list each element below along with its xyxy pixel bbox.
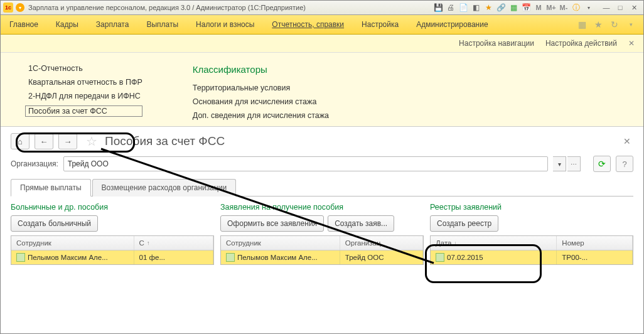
info-dropdown-icon[interactable]: ▾ (583, 3, 594, 13)
panel-1: Заявления на получение пособияОформить в… (220, 203, 424, 265)
menu-main[interactable]: Главное (1, 15, 47, 34)
document-area: ⌂ ← → ☆ Пособия за счет ФСС ✕ Организаци… (1, 127, 643, 271)
nav-pfr[interactable]: Квартальная отчетность в ПФР (28, 78, 142, 87)
menu-nastroyka[interactable]: Настройка (353, 15, 407, 34)
grid-column-header[interactable]: С↑ (134, 236, 213, 250)
grid-column-header[interactable]: Организац (340, 236, 423, 250)
nav-2ndfl[interactable]: 2-НДФЛ для передачи в ИФНС (28, 92, 142, 100)
memory-mminus-icon[interactable]: M- (558, 3, 569, 13)
row-status-icon (436, 253, 444, 262)
panel-2: Реестры заявленийСоздать реестрДата↓Номе… (430, 203, 633, 265)
page-title: Пособия за счет ФСС (105, 134, 225, 148)
main-menu: Главное Кадры Зарплата Выплаты Налоги и … (1, 15, 643, 35)
tabs: Прямые выплаты Возмещение расходов орган… (11, 178, 633, 197)
memory-m-icon[interactable]: M (533, 3, 544, 13)
print-icon[interactable]: 🖨 (445, 3, 456, 13)
menu-kadry[interactable]: Кадры (47, 15, 87, 34)
grid-column-header[interactable]: Сотрудник (11, 236, 134, 250)
tab-expense-reimbursement[interactable]: Возмещение расходов организации (92, 179, 237, 197)
title-bar: 1c ▾ Зарплата и управление персоналом, р… (1, 1, 643, 15)
link-icon[interactable]: 🔗 (495, 3, 507, 13)
nav-classifiers-head[interactable]: Классификаторы (193, 64, 329, 75)
info-icon[interactable]: ⓘ (571, 3, 582, 13)
data-grid: СотрудникОрганизацПелымов Максим Але...Т… (220, 235, 424, 265)
nav-territorial[interactable]: Территориальные условия (193, 84, 329, 92)
panel-0: Больничные и др. пособияСоздать больничн… (11, 203, 214, 265)
grid-column-header[interactable]: Номер (557, 236, 633, 250)
window-title: Зарплата и управление персоналом, редакц… (28, 4, 306, 11)
nav-settings-link[interactable]: Настройка навигации (459, 39, 534, 48)
sort-arrow-icon: ↓ (454, 240, 457, 246)
table-row[interactable]: Пелымов Максим Але...Трейд ООС (221, 251, 423, 264)
panel-title[interactable]: Реестры заявлений (430, 203, 633, 212)
help-button[interactable]: ? (616, 156, 633, 172)
favorite-icon[interactable]: ★ (483, 3, 494, 13)
compare-icon[interactable]: ◧ (470, 3, 481, 13)
toolbar-dropdown-icon[interactable]: ▾ (625, 18, 637, 31)
table-row[interactable]: Пелымов Максим Але...01 фе... (11, 251, 213, 264)
org-open-icon[interactable]: ⋯ (567, 156, 581, 171)
grid-cell: ТР00-... (557, 251, 633, 264)
row-status-icon (226, 253, 235, 262)
grid-cell: 01 фе... (134, 251, 213, 264)
save-icon[interactable]: 💾 (432, 3, 444, 13)
page-close-icon[interactable]: ✕ (621, 134, 633, 149)
nav-stazh-extra[interactable]: Доп. сведения для исчисления стажа (193, 111, 329, 120)
tab-direct-payments[interactable]: Прямые выплаты (11, 179, 91, 197)
minimize-button[interactable]: — (599, 3, 613, 13)
create-button[interactable]: Создать реестр (430, 215, 498, 232)
org-label: Организация: (11, 159, 58, 168)
nav-fss-benefits[interactable]: Пособия за счет ФСС (25, 105, 142, 117)
calendar-icon[interactable]: 📅 (520, 3, 532, 13)
menu-otchetnost[interactable]: Отчетность, справки (263, 15, 353, 34)
nav-1c-report[interactable]: 1С-Отчетность (28, 64, 142, 73)
apps-grid-icon[interactable]: ▦ (576, 18, 588, 31)
star-icon[interactable]: ★ (592, 18, 604, 31)
data-grid: СотрудникС↑Пелымов Максим Але...01 фе... (11, 235, 214, 265)
grid-cell: Пелымов Максим Але... (11, 251, 134, 264)
create-button[interactable]: Создать заяв... (328, 215, 394, 232)
grid-cell: 07.02.2015 (431, 251, 557, 264)
close-button[interactable]: ✕ (627, 3, 641, 13)
table-row[interactable]: 07.02.2015ТР00-... (431, 251, 633, 264)
org-value: Трейд ООО (68, 159, 109, 168)
app-menu-dropdown-icon[interactable]: ▾ (16, 3, 24, 12)
back-button[interactable]: ← (35, 133, 53, 149)
org-select[interactable]: Трейд ООО (63, 156, 548, 171)
panel-title[interactable]: Больничные и др. пособия (11, 203, 214, 212)
subheader: Настройка навигации Настройка действий ✕ (1, 35, 643, 53)
nav-stazh-basis[interactable]: Основания для исчисления стажа (193, 97, 329, 106)
grid-cell: Пелымов Максим Але... (221, 251, 340, 264)
section-nav-panel: 1С-Отчетность Квартальная отчетность в П… (1, 53, 643, 127)
org-dropdown-icon[interactable]: ▾ (553, 156, 566, 171)
home-button[interactable]: ⌂ (11, 133, 30, 149)
maximize-button[interactable]: □ (613, 3, 627, 13)
subheader-close-icon[interactable]: ✕ (628, 39, 635, 48)
favorite-toggle-icon[interactable]: ☆ (86, 134, 97, 149)
data-grid: Дата↓Номер07.02.2015ТР00-... (430, 235, 633, 265)
grid-cell: Трейд ООС (340, 251, 423, 264)
create-button[interactable]: Создать больничный (11, 215, 98, 232)
action-settings-link[interactable]: Настройка действий (545, 39, 617, 48)
grid-column-header[interactable]: Дата↓ (431, 236, 557, 250)
document-icon[interactable]: 📄 (458, 3, 469, 13)
create-button[interactable]: Оформить все заявления (220, 215, 324, 232)
memory-mplus-icon[interactable]: M+ (545, 3, 557, 13)
menu-vyplaty[interactable]: Выплаты (137, 15, 187, 34)
menu-admin[interactable]: Администрирование (407, 15, 496, 34)
sort-arrow-icon: ↑ (147, 240, 150, 246)
calculator-icon[interactable]: ▦ (508, 3, 519, 13)
grid-column-header[interactable]: Сотрудник (221, 236, 340, 250)
forward-button[interactable]: → (58, 133, 77, 149)
menu-zarplata[interactable]: Зарплата (87, 15, 138, 34)
menu-nalogi[interactable]: Налоги и взносы (187, 15, 263, 34)
panel-title[interactable]: Заявления на получение пособия (220, 203, 424, 212)
row-status-icon (16, 253, 25, 262)
refresh-button[interactable]: ⟳ (593, 156, 611, 172)
app-logo-icon: 1c (3, 3, 13, 13)
history-icon[interactable]: ↻ (608, 18, 621, 31)
